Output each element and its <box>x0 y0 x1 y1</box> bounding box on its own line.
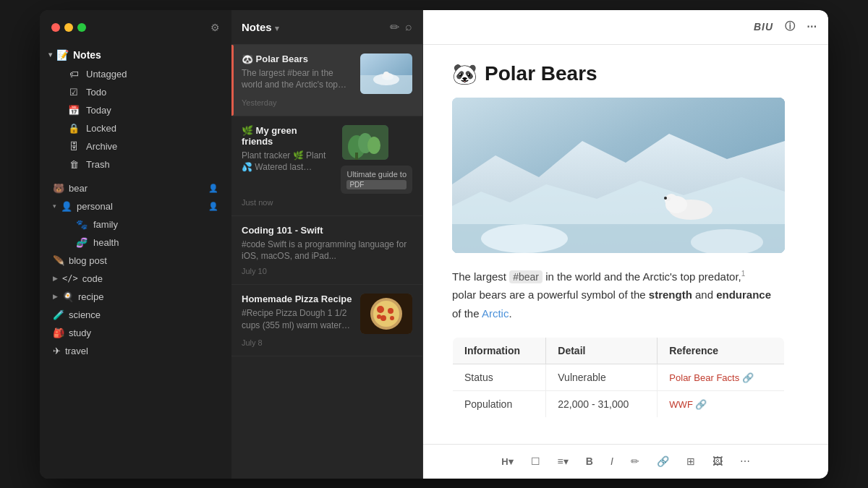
sidebar-label-today: Today <box>86 105 111 116</box>
note-attachment-green-friends: Ultimate guide to PDF <box>341 166 412 194</box>
note-preview-pizza: #Recipe Pizza Dough 1 1/2 cups (355 ml) … <box>242 307 353 332</box>
personal-badge: 👤 <box>208 202 218 211</box>
sidebar-group-travel-label: travel <box>65 346 88 356</box>
code-chevron-icon: ▶ <box>53 275 58 282</box>
sidebar-label-family: family <box>93 219 118 230</box>
more-tool[interactable]: ⋯ <box>736 453 754 470</box>
sidebar-group-study[interactable]: 🎒 study <box>44 324 227 342</box>
svg-rect-9 <box>355 153 358 160</box>
body-line3: of the <box>452 307 482 320</box>
sidebar-item-locked[interactable]: 🔒 Locked <box>44 119 227 137</box>
sidebar-group-study-label: study <box>69 328 91 338</box>
format-biu-button[interactable]: BIU <box>754 21 773 33</box>
footnote-1: 1 <box>741 270 746 278</box>
sidebar-item-archive[interactable]: 🗄 Archive <box>44 137 227 155</box>
sidebar-item-todo[interactable]: ☑ Todo <box>44 83 227 101</box>
minimize-button[interactable] <box>64 23 73 32</box>
sidebar-label-archive: Archive <box>86 141 117 152</box>
table-cell-pop-detail: 22,000 - 31,000 <box>546 391 658 418</box>
sidebar-label-locked: Locked <box>86 123 116 134</box>
more-options-button[interactable]: ⋯ <box>807 21 817 33</box>
sidebar-group-personal[interactable]: ▾ 👤 personal 👤 <box>44 197 227 215</box>
sidebar-group-bear[interactable]: 🐻 bear 👤 <box>44 179 227 197</box>
note-thumbnail-polar-bears <box>360 53 412 94</box>
info-button[interactable]: ⓘ <box>785 20 795 33</box>
image-tool[interactable]: 🖼 <box>708 453 727 470</box>
svg-point-12 <box>373 301 399 327</box>
table-header-detail: Detail <box>546 338 658 364</box>
note-item-green-friends[interactable]: Ultimate guide to PDF 🌿 My green friends… <box>231 116 422 216</box>
note-date-polar-bears: Yesterday <box>242 98 412 107</box>
sidebar-item-family[interactable]: 🐾 family <box>44 215 227 234</box>
checkbox-tool[interactable]: ☐ <box>527 453 545 470</box>
sidebar-group-code[interactable]: ▶ </> code <box>44 270 227 288</box>
polar-bear-facts-link[interactable]: Polar Bear Facts 🔗 <box>669 372 753 383</box>
body-prefix: The largest <box>452 270 506 283</box>
sidebar-group-blog[interactable]: 🪶 blog post <box>44 252 227 270</box>
table-row-status: Status Vulnerable Polar Bear Facts 🔗 <box>453 364 785 391</box>
sidebar-group-recipe-label: recipe <box>78 291 103 302</box>
table-cell-pop-ref: WWF 🔗 <box>658 391 785 418</box>
app-window: ⚙ ▾ 📝 Notes 🏷 Untagged ☑ Todo 📅 Today 🔒 … <box>40 10 828 479</box>
sidebar-label-trash: Trash <box>86 159 110 170</box>
bold-tool[interactable]: B <box>582 453 597 470</box>
table-row-population: Population 22,000 - 31,000 WWF 🔗 <box>453 391 785 418</box>
note-item-coding[interactable]: Coding 101 - Swift #code Swift is a prog… <box>231 216 422 286</box>
list-tool[interactable]: ≡▾ <box>553 453 573 470</box>
note-thumbnail-pizza <box>360 294 412 334</box>
search-icon[interactable]: ⌕ <box>405 20 412 33</box>
sidebar-group-science[interactable]: 🧪 science <box>44 306 227 324</box>
svg-point-13 <box>377 306 384 313</box>
sidebar-group-recipe[interactable]: ▶ 🍳 recipe <box>44 288 227 306</box>
sidebar-label-todo: Todo <box>86 87 106 98</box>
sidebar-notes-icon: 📝 <box>56 49 69 61</box>
data-table: Information Detail Reference Status Vuln… <box>452 337 785 418</box>
title-emoji: 🐼 <box>452 62 477 86</box>
sidebar-label-health: health <box>93 237 119 248</box>
note-thumbnail-green-friends <box>342 125 388 160</box>
wwf-link[interactable]: WWF 🔗 <box>669 399 707 410</box>
science-group-icon: 🧪 <box>53 309 64 320</box>
table-tool[interactable]: ⊞ <box>682 453 699 470</box>
italic-tool[interactable]: I <box>606 453 618 470</box>
sidebar-group-bear-label: bear <box>69 183 88 194</box>
sidebar-notes-section[interactable]: ▾ 📝 Notes <box>40 45 231 65</box>
editor-body[interactable]: The largest #bear in the world and the A… <box>452 267 799 323</box>
personal-chevron-icon: ▾ <box>53 202 56 210</box>
note-date-pizza: July 8 <box>242 338 412 347</box>
sidebar-titlebar: ⚙ <box>40 10 231 45</box>
trash-icon: 🗑 <box>67 159 80 170</box>
sidebar-item-untagged[interactable]: 🏷 Untagged <box>44 65 227 83</box>
close-button[interactable] <box>51 23 60 32</box>
note-item-polar-bears[interactable]: 🐼 Polar Bears The largest #bear in the w… <box>231 45 422 116</box>
maximize-button[interactable] <box>77 23 86 32</box>
arctic-link[interactable]: Arctic <box>482 307 509 320</box>
body-period: . <box>509 307 511 320</box>
recipe-chevron-icon: ▶ <box>53 293 58 300</box>
sidebar-item-trash[interactable]: 🗑 Trash <box>44 155 227 174</box>
sidebar-group-travel[interactable]: ✈ travel <box>44 342 227 360</box>
svg-point-27 <box>679 212 688 218</box>
notes-list: Notes ▾ ✏ ⌕ <box>231 10 423 479</box>
sidebar: ⚙ ▾ 📝 Notes 🏷 Untagged ☑ Todo 📅 Today 🔒 … <box>40 10 231 479</box>
note-preview-coding: #code Swift is a programming language fo… <box>242 239 412 263</box>
svg-point-16 <box>390 316 394 320</box>
sidebar-item-today[interactable]: 📅 Today <box>44 101 227 119</box>
title-text[interactable]: Polar Bears <box>485 62 597 85</box>
highlight-tool[interactable]: ✏ <box>626 453 644 470</box>
new-note-icon[interactable]: ✏ <box>390 20 399 34</box>
link-tool[interactable]: 🔗 <box>652 453 673 470</box>
note-item-pizza[interactable]: Homemade Pizza Recipe #Recipe Pizza Doug… <box>231 285 422 356</box>
heading-tool[interactable]: H▾ <box>497 453 517 470</box>
body-and: and <box>692 288 716 301</box>
bear-tag[interactable]: #bear <box>509 270 542 283</box>
svg-point-4 <box>383 72 389 77</box>
sidebar-item-health[interactable]: 🧬 health <box>44 234 227 252</box>
sidebar-group-personal-label: personal <box>77 201 113 212</box>
settings-icon[interactable]: ⚙ <box>210 22 220 33</box>
archive-icon: 🗄 <box>67 141 80 152</box>
body-line2: polar bears are a powerful symbol of the <box>452 288 649 301</box>
note-preview-polar-bears: The largest #bear in the world and the A… <box>242 67 353 92</box>
notes-list-body: 🐼 Polar Bears The largest #bear in the w… <box>231 45 422 479</box>
notes-list-title: Notes ▾ <box>242 21 384 33</box>
